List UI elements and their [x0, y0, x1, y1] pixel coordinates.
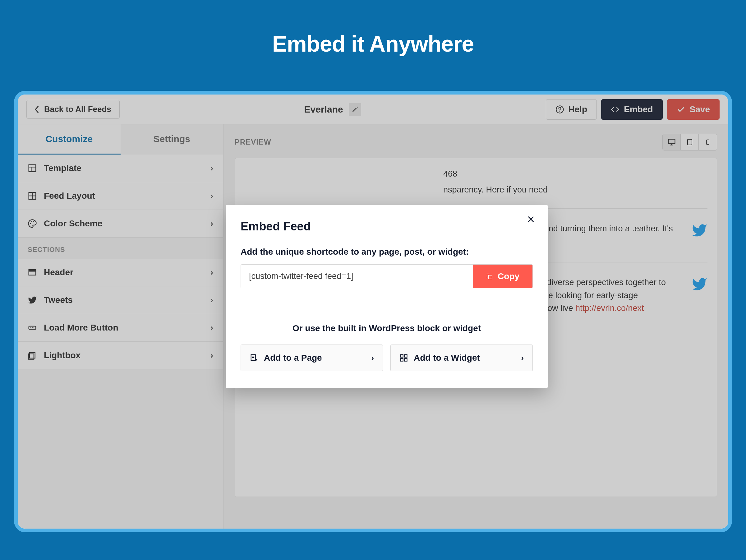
sidebar-item-label: Header: [44, 268, 74, 277]
copy-button[interactable]: Copy: [473, 264, 533, 288]
button-icon: [28, 323, 37, 332]
svg-rect-7: [29, 270, 36, 272]
feed-title-wrap: Everlane: [304, 103, 361, 116]
back-label: Back to All Feeds: [44, 105, 111, 114]
chevron-right-icon: ›: [210, 219, 213, 228]
top-actions: Help Embed Save: [546, 99, 720, 120]
sidebar-item-load-more[interactable]: Load More Button ›: [18, 314, 223, 342]
sidebar-item-label: Template: [44, 163, 81, 173]
chevron-right-icon: ›: [210, 295, 213, 305]
help-label: Help: [569, 105, 587, 114]
sidebar-item-label: Lightbox: [44, 351, 81, 360]
sidebar-item-label: Tweets: [44, 295, 73, 305]
svg-rect-20: [404, 355, 407, 357]
tab-customize[interactable]: Customize: [18, 124, 121, 155]
sidebar-item-feed-layout[interactable]: Feed Layout ›: [18, 182, 223, 210]
chevron-right-icon: ›: [210, 268, 213, 277]
hero-title: Embed it Anywhere: [272, 31, 474, 57]
sidebar-item-lightbox[interactable]: Lightbox ›: [18, 342, 223, 369]
chevron-left-icon: [35, 106, 40, 113]
profile-bio-text: nsparency. Here if you need: [443, 184, 548, 196]
edit-title-button[interactable]: [349, 103, 361, 116]
svg-rect-21: [401, 359, 403, 361]
save-label: Save: [690, 105, 710, 114]
modal-divider: [226, 310, 548, 310]
chevron-right-icon: ›: [210, 323, 213, 333]
sidebar-item-template[interactable]: Template ›: [18, 155, 223, 182]
back-to-feeds-button[interactable]: Back to All Feeds: [26, 100, 120, 119]
help-button[interactable]: Help: [546, 99, 597, 120]
svg-point-11: [34, 328, 34, 328]
shortcode-input[interactable]: [custom-twitter-feed feed=1]: [241, 264, 473, 288]
template-icon: [28, 164, 37, 173]
profile-row: 468 nsparency. Here if you need: [244, 168, 708, 196]
svg-rect-1: [29, 165, 36, 172]
chevron-right-icon: ›: [521, 353, 524, 363]
code-icon: [611, 105, 620, 114]
app-window: Back to All Feeds Everlane Help Embe: [18, 94, 728, 529]
svg-point-4: [31, 221, 32, 222]
svg-rect-15: [688, 139, 692, 145]
add-to-widget-button[interactable]: Add to a Widget ›: [391, 344, 533, 371]
mobile-icon: [705, 138, 711, 146]
chevron-right-icon: ›: [210, 351, 213, 360]
palette-icon: [28, 219, 37, 228]
modal-close-button[interactable]: [526, 215, 535, 224]
page-plus-icon: [250, 354, 258, 362]
tweet-link[interactable]: http://evrln.co/next: [575, 304, 644, 313]
lightbox-icon: [28, 351, 37, 360]
sidebar-item-tweets[interactable]: Tweets ›: [18, 286, 223, 314]
shortcode-row: [custom-twitter-feed feed=1] Copy: [240, 264, 533, 288]
svg-rect-14: [668, 139, 675, 144]
preview-header-row: PREVIEW: [235, 134, 717, 150]
sidebar-item-label: Color Scheme: [44, 219, 102, 228]
copy-icon: [486, 273, 493, 280]
svg-rect-19: [401, 355, 403, 357]
embed-modal: Embed Feed Add the unique shortcode to a…: [226, 205, 548, 388]
twitter-brand-icon: [691, 222, 708, 239]
pencil-icon: [351, 106, 358, 113]
close-icon: [526, 215, 535, 224]
sidebar-tabs: Customize Settings: [18, 124, 223, 155]
window-frame: Back to All Feeds Everlane Help Embe: [14, 91, 732, 532]
sidebar: Customize Settings Template › Feed Layou…: [18, 124, 224, 529]
topbar: Back to All Feeds Everlane Help Embe: [18, 94, 728, 124]
sidebar-item-header[interactable]: Header ›: [18, 259, 223, 286]
save-button[interactable]: Save: [667, 99, 720, 120]
twitter-icon: [28, 296, 37, 305]
add-to-page-label: Add to a Page: [264, 353, 322, 363]
modal-or-text: Or use the built in WordPress block or w…: [240, 324, 533, 333]
twitter-brand-icon: [691, 276, 708, 292]
embed-label: Embed: [624, 105, 653, 114]
add-to-widget-label: Add to a Widget: [414, 353, 480, 363]
preview-label: PREVIEW: [235, 138, 271, 146]
sidebar-item-color-scheme[interactable]: Color Scheme ›: [18, 210, 223, 237]
copy-label: Copy: [498, 272, 519, 281]
svg-point-9: [30, 328, 31, 328]
add-to-page-button[interactable]: Add to a Page ›: [240, 344, 383, 371]
svg-rect-17: [488, 275, 492, 279]
chevron-right-icon: ›: [210, 163, 213, 173]
tab-settings[interactable]: Settings: [121, 124, 224, 155]
feed-title: Everlane: [304, 104, 343, 115]
modal-actions: Add to a Page › Add to a Widget ›: [240, 344, 533, 371]
check-icon: [677, 105, 685, 114]
layout-icon: [28, 191, 37, 201]
embed-button[interactable]: Embed: [601, 99, 662, 120]
device-tablet-button[interactable]: [681, 134, 699, 150]
device-toggle: [662, 134, 717, 150]
svg-point-10: [32, 328, 33, 328]
svg-rect-16: [707, 140, 709, 145]
device-desktop-button[interactable]: [663, 134, 681, 150]
modal-subtitle: Add the unique shortcode to any page, po…: [240, 247, 533, 257]
sidebar-item-label: Feed Layout: [44, 191, 95, 201]
device-mobile-button[interactable]: [699, 134, 717, 150]
profile-bio: 468 nsparency. Here if you need: [443, 168, 548, 196]
help-icon: [555, 105, 564, 114]
sidebar-sections-header: SECTIONS: [18, 237, 223, 259]
svg-rect-22: [404, 359, 407, 361]
tablet-icon: [686, 138, 693, 146]
svg-point-3: [30, 223, 31, 224]
widget-icon: [399, 354, 408, 362]
profile-stats: 468: [443, 168, 548, 180]
